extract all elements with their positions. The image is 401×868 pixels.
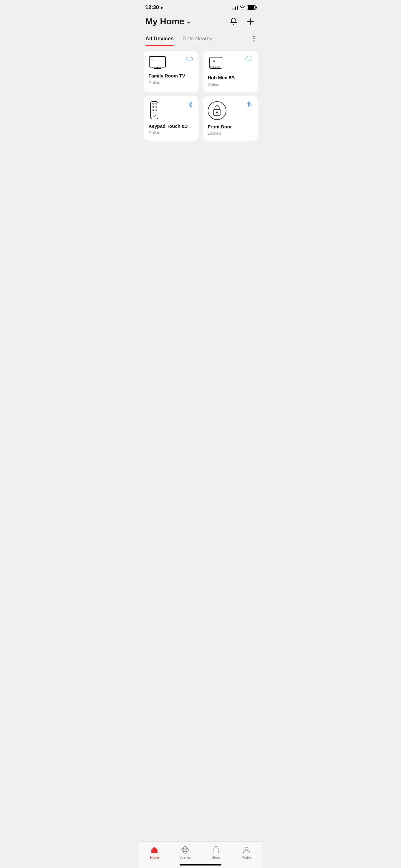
tabs-bar: All Devices Bots Nearby xyxy=(139,32,262,46)
svg-rect-14 xyxy=(152,109,154,111)
device-card-top: SwitchBot xyxy=(208,56,253,71)
hub-icon: SwitchBot xyxy=(208,56,224,71)
device-name: Keypad Touch 0D xyxy=(149,123,194,129)
tab-bots-nearby[interactable]: Bots Nearby xyxy=(183,32,212,45)
device-status: Online xyxy=(149,80,194,85)
header-action-icons xyxy=(228,16,256,27)
svg-point-7 xyxy=(213,60,215,62)
tv-icon: TV xyxy=(149,56,166,69)
chevron-down-icon: ⌄ xyxy=(186,18,191,25)
cloud-icon xyxy=(186,56,193,62)
signal-bars-icon xyxy=(232,5,238,10)
add-button[interactable] xyxy=(245,16,256,27)
dot-icon xyxy=(253,36,255,37)
device-card-hub-mini-5b[interactable]: SwitchBot Hub Mini 5B Online xyxy=(203,51,258,92)
device-name: Hub Mini 5B xyxy=(208,75,253,81)
dot-icon xyxy=(253,40,255,41)
device-card-top: TV xyxy=(149,56,194,69)
device-card-top xyxy=(149,101,194,119)
bluetooth-signal-icon xyxy=(244,101,253,108)
svg-rect-12 xyxy=(152,106,154,108)
status-time: 12:30 ► xyxy=(145,4,164,11)
device-card-family-room-tv[interactable]: TV Family Room TV Online xyxy=(144,51,199,92)
svg-rect-13 xyxy=(155,106,157,108)
status-bar: 12:30 ► xyxy=(139,0,262,13)
tab-all-devices[interactable]: All Devices xyxy=(145,32,174,45)
device-status: Online xyxy=(208,82,253,87)
device-status: Locked xyxy=(208,131,253,135)
plus-icon xyxy=(246,18,255,26)
svg-text:SwitchBot: SwitchBot xyxy=(210,66,220,68)
status-icons xyxy=(232,5,256,10)
home-title-text: My Home xyxy=(145,17,184,27)
device-card-front-door[interactable]: Front Door Locked xyxy=(203,96,258,141)
svg-point-16 xyxy=(153,114,156,117)
bluetooth-icon xyxy=(187,101,193,108)
device-status: Online xyxy=(149,130,194,135)
tabs-more-button[interactable] xyxy=(252,35,256,43)
remote-icon xyxy=(149,101,160,119)
devices-grid: TV Family Room TV Online SwitchBot xyxy=(139,46,262,146)
wifi-icon xyxy=(239,5,245,10)
svg-line-18 xyxy=(189,105,191,106)
battery-icon xyxy=(247,5,256,10)
time-display: 12:30 xyxy=(145,4,159,11)
home-title[interactable]: My Home ⌄ xyxy=(145,17,191,27)
header: My Home ⌄ xyxy=(139,13,262,32)
svg-rect-11 xyxy=(155,103,157,105)
svg-rect-10 xyxy=(152,103,154,105)
svg-line-17 xyxy=(189,103,191,105)
svg-text:TV: TV xyxy=(151,58,153,61)
dot-icon xyxy=(253,38,255,39)
location-arrow-icon: ► xyxy=(160,5,164,10)
cloud-icon xyxy=(245,56,253,62)
device-name: Front Door xyxy=(208,124,253,130)
bell-icon xyxy=(230,18,238,26)
device-card-keypad-touch-0d[interactable]: Keypad Touch 0D Online xyxy=(144,96,199,141)
lock-icon xyxy=(208,101,226,120)
device-card-top xyxy=(208,101,253,120)
svg-rect-15 xyxy=(155,109,157,111)
device-name: Family Room TV xyxy=(149,73,194,79)
notification-button[interactable] xyxy=(228,16,239,27)
svg-point-20 xyxy=(216,112,218,114)
